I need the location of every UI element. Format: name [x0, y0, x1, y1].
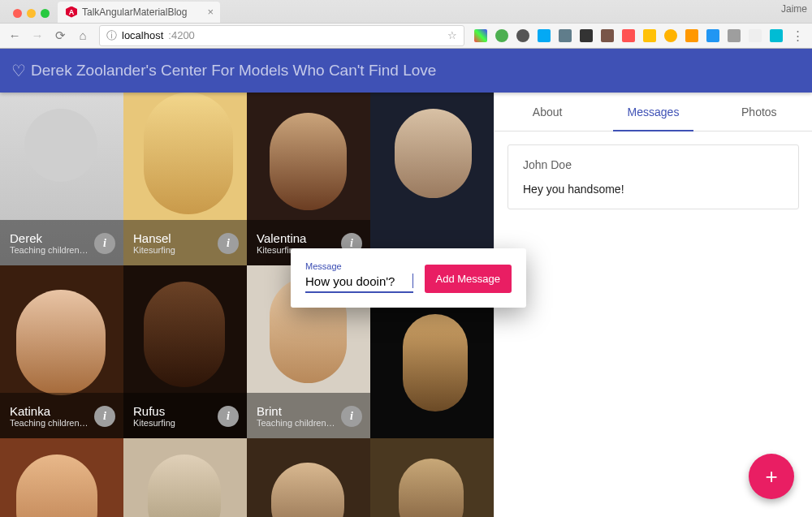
text-caret: [412, 274, 413, 288]
extension-icon[interactable]: [643, 29, 656, 42]
model-card[interactable]: RufusKitesurfing i: [123, 265, 247, 438]
extension-icon[interactable]: [770, 29, 783, 42]
info-icon[interactable]: i: [94, 233, 115, 254]
model-photo: [370, 93, 494, 265]
browser-tab[interactable]: A TalkAngularMaterialBlog ×: [58, 2, 220, 23]
browser-chrome: A TalkAngularMaterialBlog × Jaime ← → ⟳ …: [0, 0, 812, 49]
tab-title: TalkAngularMaterialBlog: [82, 6, 187, 18]
reload-icon[interactable]: ⟳: [54, 28, 67, 43]
pocket-icon[interactable]: [516, 29, 529, 42]
info-icon[interactable]: i: [218, 406, 239, 427]
extension-icon[interactable]: [706, 29, 719, 42]
extension-icon[interactable]: [495, 29, 508, 42]
app-header: ♡ Derek Zoolander's Center For Models Wh…: [0, 49, 812, 93]
site-info-icon[interactable]: ⓘ: [106, 28, 117, 43]
fab-add-button[interactable]: +: [749, 454, 794, 499]
message-input[interactable]: [305, 271, 413, 293]
home-icon[interactable]: ⌂: [76, 28, 89, 42]
model-card[interactable]: DerekTeaching children… i: [0, 93, 123, 265]
extension-icon[interactable]: [601, 29, 614, 42]
heart-icon: ♡: [11, 61, 26, 80]
model-subtitle: Kitesurfing: [133, 245, 214, 255]
extension-icon[interactable]: [664, 29, 677, 42]
message-field: Message: [305, 271, 413, 293]
model-photo: [247, 438, 370, 517]
angular-favicon: A: [66, 6, 77, 18]
model-card[interactable]: [123, 438, 247, 517]
model-card[interactable]: [370, 93, 494, 265]
model-card[interactable]: [0, 438, 123, 517]
bookmark-star-icon[interactable]: ☆: [447, 29, 457, 41]
tab-photos[interactable]: Photos: [706, 93, 812, 131]
extension-icon[interactable]: [538, 29, 551, 42]
model-photo: [0, 438, 123, 517]
model-photo: [123, 438, 247, 517]
model-subtitle: Kitesurfing: [133, 418, 214, 428]
buffer-icon[interactable]: [580, 29, 593, 42]
extensions: ⋮: [474, 28, 804, 43]
plus-icon: +: [765, 464, 777, 489]
extension-icon[interactable]: [728, 29, 741, 42]
add-message-button[interactable]: Add Message: [425, 265, 512, 293]
model-card[interactable]: [370, 438, 494, 517]
tab-about[interactable]: About: [495, 93, 600, 131]
tab-messages[interactable]: Messages: [600, 93, 706, 131]
extension-icon[interactable]: [622, 29, 635, 42]
url-host: localhost: [122, 29, 163, 41]
maximize-window-icon[interactable]: [41, 9, 50, 18]
model-subtitle: Teaching children…: [257, 418, 338, 428]
profile-label[interactable]: Jaime: [781, 3, 807, 15]
add-message-dialog: Message Add Message: [291, 248, 526, 308]
extension-icon[interactable]: [749, 29, 762, 42]
minimize-window-icon[interactable]: [27, 9, 36, 18]
window-controls: [6, 9, 58, 23]
close-window-icon[interactable]: [13, 9, 22, 18]
extension-icon[interactable]: [474, 29, 487, 42]
message-from: John Doe: [523, 158, 784, 171]
info-icon[interactable]: i: [341, 406, 362, 427]
model-subtitle: Teaching children…: [10, 418, 91, 428]
model-card[interactable]: ValentinaKitesurfing i: [247, 93, 370, 265]
back-icon[interactable]: ←: [8, 28, 21, 42]
message-field-label: Message: [305, 261, 342, 271]
message-card: John Doe Hey you handsome!: [508, 144, 799, 209]
info-icon[interactable]: i: [94, 406, 115, 427]
address-bar[interactable]: ⓘ localhost:4200 ☆: [99, 25, 464, 46]
info-icon[interactable]: i: [218, 233, 239, 254]
model-card[interactable]: HanselKitesurfing i: [123, 93, 247, 265]
model-photo: [370, 438, 494, 517]
url-port: :4200: [168, 29, 195, 41]
model-card[interactable]: KatinkaTeaching children… i: [0, 265, 123, 438]
extension-icon[interactable]: [559, 29, 572, 42]
model-subtitle: Teaching children…: [10, 245, 91, 255]
toolbar: ← → ⟳ ⌂ ⓘ localhost:4200 ☆ ⋮: [0, 23, 812, 48]
tab-bar: About Messages Photos: [495, 93, 812, 131]
side-panel: About Messages Photos John Doe Hey you h…: [494, 93, 812, 517]
forward-icon: →: [31, 28, 44, 42]
message-body: Hey you handsome!: [523, 183, 784, 196]
model-card[interactable]: [247, 438, 370, 517]
app-title: Derek Zoolander's Center For Models Who …: [31, 62, 436, 80]
extension-icon[interactable]: [685, 29, 698, 42]
close-tab-icon[interactable]: ×: [207, 6, 214, 18]
menu-icon[interactable]: ⋮: [791, 28, 804, 43]
